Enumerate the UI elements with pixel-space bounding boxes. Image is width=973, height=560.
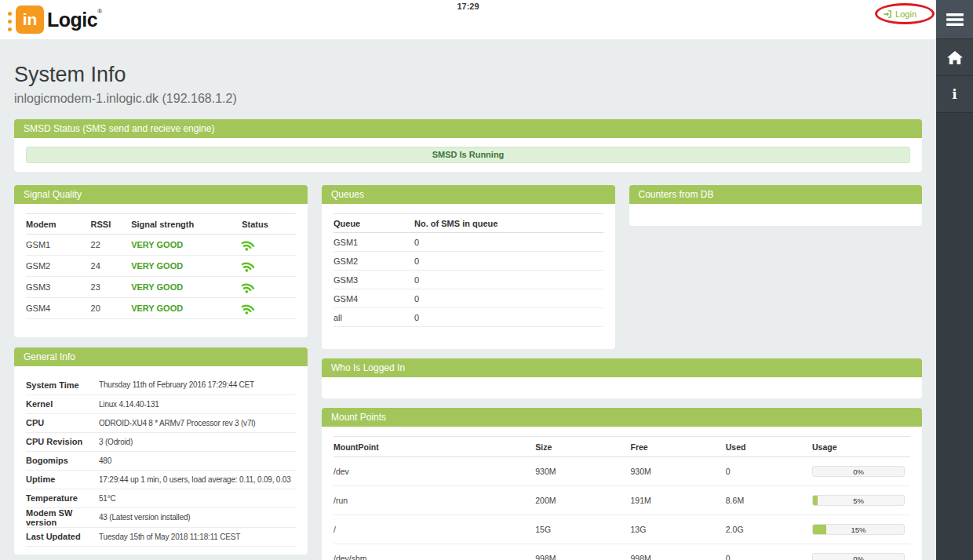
table-row: KernelLinux 4.14.40-131 xyxy=(26,395,296,413)
usage-percent-label: 5% xyxy=(813,496,904,506)
table-row: Temperature51°C xyxy=(26,489,296,507)
table-row: /dev 930M 930M 0 0% xyxy=(333,457,910,486)
sign-in-icon xyxy=(883,9,892,19)
login-link[interactable]: Login xyxy=(883,9,917,19)
column-header: Usage xyxy=(812,437,910,457)
right-column: Queues Queue No. of SMS in queue GSM10 G… xyxy=(322,185,922,560)
table-row: all0 xyxy=(333,308,603,327)
usage-percent-label: 15% xyxy=(813,525,904,535)
queues-panel: Queues Queue No. of SMS in queue GSM10 G… xyxy=(322,185,615,349)
table-row: Last UpdatedTuesday 15th of May 2018 11:… xyxy=(26,527,296,546)
left-column: Signal Quality Modem RSSI Signal strengt… xyxy=(14,185,308,555)
table-row: GSM4 20 VERY GOOD xyxy=(26,298,296,319)
table-row: System TimeThursday 11th of February 201… xyxy=(26,376,296,395)
column-header: Signal strength xyxy=(131,214,242,235)
queues-table: Queue No. of SMS in queue GSM10 GSM20 GS… xyxy=(333,213,603,327)
smsd-status-badge: SMSD Is Running xyxy=(26,147,910,163)
signal-quality-table: Modem RSSI Signal strength Status GSM1 2… xyxy=(26,213,296,319)
usage-percent-label: 0% xyxy=(813,467,904,477)
hamburger-icon xyxy=(946,13,964,26)
table-row: CPU Revision3 (Odroid) xyxy=(26,432,296,451)
table-row: CPUODROID-XU4 8 * ARMv7 Processor rev 3 … xyxy=(26,413,296,432)
table-row: Modem SW version43 (Latest version insta… xyxy=(26,507,296,527)
table-row: GSM40 xyxy=(333,289,603,308)
column-header: Size xyxy=(535,437,630,457)
usage-progress-bar: 0% xyxy=(812,553,905,560)
column-header: Used xyxy=(726,437,812,457)
mount-points-header: Mount Points xyxy=(322,408,922,427)
table-row: GSM20 xyxy=(333,252,603,271)
column-header: MountPoint xyxy=(333,437,535,457)
signal-quality-panel: Signal Quality Modem RSSI Signal strengt… xyxy=(14,185,308,337)
table-row: / 15G 13G 2.0G 15% xyxy=(333,515,910,544)
right-sidebar: i xyxy=(936,0,973,560)
column-header: Free xyxy=(631,437,726,457)
signal-icon xyxy=(239,278,258,297)
general-info-header: General Info xyxy=(14,347,308,366)
signal-icon xyxy=(239,235,258,255)
smsd-panel-body: SMSD Is Running xyxy=(14,138,922,172)
usage-progress-bar: 15% xyxy=(812,524,905,535)
mount-points-table: MountPoint Size Free Used Usage /dev 930… xyxy=(333,436,910,560)
column-header: Modem xyxy=(26,214,91,235)
smsd-panel-header: SMSD Status (SMS send and recieve engine… xyxy=(14,119,922,138)
table-row: GSM3 23 VERY GOOD xyxy=(26,277,296,298)
queues-header: Queues xyxy=(322,185,615,204)
table-row: /run 200M 191M 8.6M 5% xyxy=(333,486,910,515)
main-area: in Logic ® 17:29 Login System Info inlog… xyxy=(0,0,936,560)
login-label: Login xyxy=(895,9,917,19)
table-row: Uptime17:29:44 up 1 min, 0 users, load a… xyxy=(26,470,296,489)
who-logged-in-header: Who Is Logged In xyxy=(322,358,922,377)
menu-button[interactable] xyxy=(936,0,973,39)
home-icon xyxy=(947,51,963,64)
info-button[interactable]: i xyxy=(936,76,973,113)
content: System Info inlogicmodem-1.inlogic.dk (1… xyxy=(0,63,936,560)
usage-progress-bar: 0% xyxy=(812,466,905,477)
who-logged-in-panel: Who Is Logged In xyxy=(322,358,922,398)
column-header: No. of SMS in queue xyxy=(414,214,603,233)
smsd-status-panel: SMSD Status (SMS send and recieve engine… xyxy=(14,119,922,172)
clock: 17:29 xyxy=(0,2,936,11)
usage-progress-bar: 5% xyxy=(812,495,905,506)
table-row: GSM10 xyxy=(333,233,603,252)
table-row: /dev/shm 998M 998M 0 0% xyxy=(333,544,910,560)
counters-panel: Counters from DB xyxy=(629,185,923,349)
table-row: GSM2 24 VERY GOOD xyxy=(26,256,296,277)
mount-points-panel: Mount Points MountPoint Size Free Used U… xyxy=(322,408,922,560)
column-header: RSSI xyxy=(91,214,132,235)
page-title: System Info xyxy=(14,63,922,87)
counters-header: Counters from DB xyxy=(629,185,923,204)
usage-percent-label: 0% xyxy=(813,554,904,560)
column-header: Status xyxy=(242,214,296,235)
page-subtitle: inlogicmodem-1.inlogic.dk (192.168.1.2) xyxy=(14,92,922,106)
signal-quality-header: Signal Quality xyxy=(14,185,308,204)
logo-dots-icon xyxy=(8,12,12,31)
home-button[interactable] xyxy=(936,39,973,76)
table-row: GSM30 xyxy=(333,271,603,289)
table-row: Bogomips480 xyxy=(26,451,296,470)
top-bar: in Logic ® 17:29 Login xyxy=(0,0,936,39)
info-icon: i xyxy=(952,86,957,102)
signal-icon xyxy=(239,256,258,276)
column-header: Queue xyxy=(333,214,414,233)
general-info-table: System TimeThursday 11th of February 201… xyxy=(26,376,296,547)
signal-icon xyxy=(239,299,258,318)
table-row: GSM1 22 VERY GOOD xyxy=(26,235,296,256)
general-info-panel: General Info System TimeThursday 11th of… xyxy=(14,347,308,555)
